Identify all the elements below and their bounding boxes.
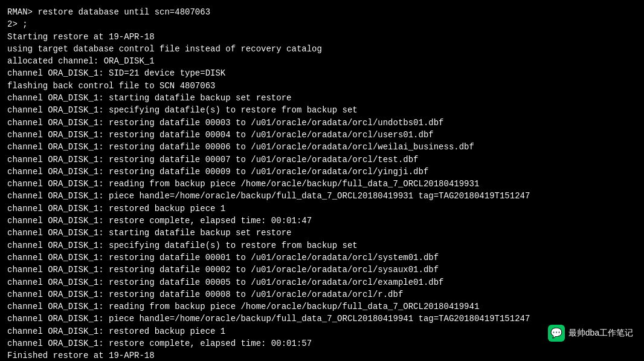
terminal-line: channel ORA_DISK_1: restoring datafile 0… [7,129,637,141]
watermark: 💬 最帅dba工作笔记 [543,322,638,344]
terminal-line: channel ORA_DISK_1: restoring datafile 0… [7,166,637,178]
terminal-line: channel ORA_DISK_1: specifying datafile(… [7,104,637,116]
terminal-line: 2> ; [7,18,637,30]
terminal-output: RMAN> restore database until scn=4807063… [7,6,637,361]
watermark-text: 最帅dba工作笔记 [568,328,633,339]
terminal-line: channel ORA_DISK_1: restoring datafile 0… [7,264,637,276]
terminal-line: channel ORA_DISK_1: restored backup piec… [7,203,637,215]
terminal-line: channel ORA_DISK_1: restoring datafile 0… [7,154,637,166]
terminal-line: channel ORA_DISK_1: restoring datafile 0… [7,141,637,153]
terminal-line: channel ORA_DISK_1: restore complete, el… [7,215,637,227]
terminal-line: RMAN> restore database until scn=4807063 [7,6,637,18]
terminal-line: channel ORA_DISK_1: reading from backup … [7,178,637,190]
terminal-line: channel ORA_DISK_1: restoring datafile 0… [7,288,637,301]
terminal-line: channel ORA_DISK_1: starting datafile ba… [7,92,637,104]
terminal-line: channel ORA_DISK_1: restoring datafile 0… [7,276,637,288]
watermark-icon: 💬 [548,325,565,342]
terminal-line: channel ORA_DISK_1: specifying datafile(… [7,239,637,252]
terminal-line: Finished restore at 19-APR-18 [7,350,637,361]
terminal-line: channel ORA_DISK_1: restoring datafile 0… [7,252,637,264]
terminal-window: RMAN> restore database until scn=4807063… [0,0,644,361]
terminal-line: allocated channel: ORA_DISK_1 [7,55,637,67]
terminal-line: channel ORA_DISK_1: starting datafile ba… [7,227,637,239]
terminal-line: channel ORA_DISK_1: piece handle=/home/o… [7,190,637,202]
terminal-line: using target database control file inste… [7,43,637,55]
terminal-line: channel ORA_DISK_1: SID=21 device type=D… [7,67,637,79]
terminal-line: flashing back control file to SCN 480706… [7,80,637,92]
terminal-line: channel ORA_DISK_1: reading from backup … [7,301,637,313]
terminal-line: Starting restore at 19-APR-18 [7,31,637,43]
terminal-line: channel ORA_DISK_1: restoring datafile 0… [7,117,637,129]
